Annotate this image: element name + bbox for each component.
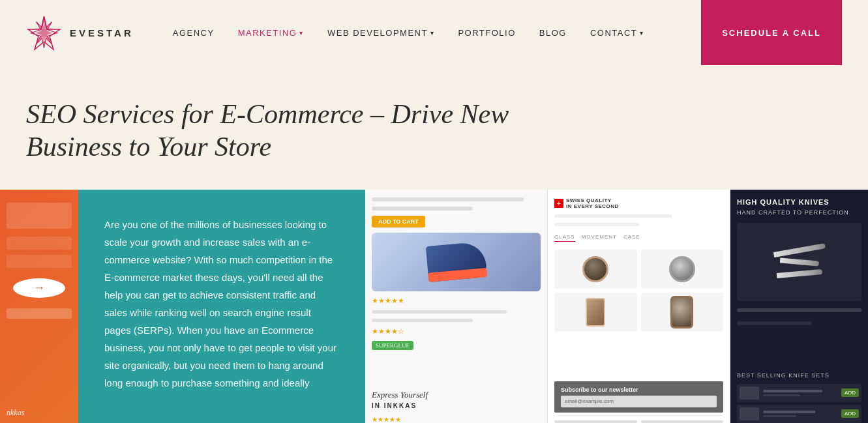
subscribe-box: Subscribe to our newsletter email@exampl… xyxy=(554,381,723,413)
movement-label: MOVEMENT xyxy=(582,234,617,242)
best-selling-text: BEST SELLING KNIFE SETS xyxy=(737,372,861,379)
screenshots-area: ADD TO CART ★★★★★ ★★★★☆ SUPERGLUE xyxy=(365,190,868,423)
mock-bar xyxy=(554,223,639,226)
watch-cell-3 xyxy=(554,293,637,332)
bottom-stars: ★★★★★ xyxy=(372,416,541,423)
hero-section: SEO Services for E-Commerce – Drive New … xyxy=(0,65,587,190)
content-section: → nkkas Are you one of the millions of b… xyxy=(0,190,868,423)
orange-circular-element: → xyxy=(13,278,65,298)
watch-rect-2-icon xyxy=(670,296,693,328)
superglue-badge: SUPERGLUE xyxy=(372,341,413,350)
schedule-call-button[interactable]: SCHEDULE A CALL xyxy=(701,0,842,65)
swiss-cross-icon xyxy=(554,199,563,208)
subscribe-title: Subscribe to our newsletter xyxy=(561,387,717,393)
chevron-down-icon: ▾ xyxy=(640,29,644,36)
nav-contact[interactable]: CONTACT ▾ xyxy=(590,28,644,38)
watch-section-labels: GLASS MOVEMENT CASE xyxy=(554,234,723,242)
knives-panel: HIGH QUALITY KNIVES HAND CRAFTED TO PERF… xyxy=(730,190,868,423)
in-every-second-text: IN EVERY SECOND xyxy=(566,203,619,209)
mock-bar xyxy=(554,420,637,423)
orange-ui-element xyxy=(7,237,72,250)
knives-title: HIGH QUALITY KNIVES HAND CRAFTED TO PERF… xyxy=(737,197,861,218)
shoe-image-mock xyxy=(372,233,541,291)
knife-name-bar xyxy=(763,390,822,392)
shoe-silhouette xyxy=(425,241,486,282)
watch-cell-2 xyxy=(641,250,724,289)
watch-round-2-icon xyxy=(669,256,695,282)
knife-line-2 xyxy=(737,321,812,325)
nav-agency[interactable]: AGENCY xyxy=(173,28,215,38)
watch-cell-4 xyxy=(641,293,724,332)
stars-2-icon: ★★★★☆ xyxy=(372,327,404,336)
mock-bar xyxy=(641,420,724,423)
knife-product-list: ADD ADD xyxy=(737,384,861,423)
chevron-down-icon: ▾ xyxy=(299,29,304,36)
bottom-bars xyxy=(554,420,723,423)
knife-silhouette-2 xyxy=(779,257,818,266)
rating-row: ★★★★★ xyxy=(372,297,541,305)
watch-round-icon xyxy=(582,256,608,282)
knife-product-row-2: ADD xyxy=(737,405,861,423)
knife-silhouette-3 xyxy=(776,269,822,278)
express-yourself-text: Express Yourself IN INKKAS xyxy=(372,390,541,411)
knife-thumb-2 xyxy=(740,407,759,420)
star-logo-icon xyxy=(26,15,62,51)
shoes-panel: ADD TO CART ★★★★★ ★★★★☆ SUPERGLUE xyxy=(365,190,548,423)
watch-rect-icon xyxy=(586,298,605,327)
mock-bar xyxy=(372,310,507,314)
knife-line-1 xyxy=(737,308,861,312)
mock-bar xyxy=(372,197,524,201)
knife-name-bar-2 xyxy=(763,411,815,413)
swiss-quality-text: SWISS QUALITY xyxy=(566,197,619,203)
orange-ui-element xyxy=(7,203,72,229)
subscribe-input-mock: email@example.com xyxy=(561,396,717,407)
body-text: Are you one of the millions of businesse… xyxy=(104,216,339,392)
left-orange-panel: → nkkas xyxy=(0,190,78,423)
inkkas-label: nkkas xyxy=(7,408,24,418)
teal-content-box: Are you one of the millions of businesse… xyxy=(78,190,365,423)
nav-portfolio[interactable]: PORTFOLIO xyxy=(458,28,515,38)
logo[interactable]: EVESTAR xyxy=(26,15,134,51)
nav-marketing[interactable]: MARKETING ▾ xyxy=(238,28,304,38)
orange-ui-element xyxy=(7,308,72,319)
mock-bar xyxy=(372,207,473,211)
add-to-cart-mock: ADD TO CART xyxy=(372,216,425,227)
knife-thumb xyxy=(740,387,759,400)
knife-add-btn-2: ADD xyxy=(841,409,859,418)
watches-panel: SWISS QUALITY IN EVERY SECOND GLASS MOVE… xyxy=(548,190,730,423)
chevron-down-icon: ▾ xyxy=(430,29,435,36)
knife-product-row: ADD xyxy=(737,384,861,402)
orange-ui-element xyxy=(7,255,72,268)
page-title: SEO Services for E-Commerce – Drive New … xyxy=(26,98,561,164)
case-label: CASE xyxy=(623,234,640,242)
swiss-logo: SWISS QUALITY IN EVERY SECOND xyxy=(554,197,723,209)
knife-price-bar-2 xyxy=(763,415,796,417)
mock-bar xyxy=(554,214,672,218)
knife-image-mock xyxy=(737,223,861,301)
nav-web-development[interactable]: WEB DEVELOPMENT ▾ xyxy=(327,28,434,38)
glass-label: GLASS xyxy=(554,234,575,242)
watch-cell-1 xyxy=(554,250,637,289)
main-nav: AGENCY MARKETING ▾ WEB DEVELOPMENT ▾ POR… xyxy=(173,28,701,38)
knife-silhouette xyxy=(773,243,825,257)
site-header: EVESTAR AGENCY MARKETING ▾ WEB DEVELOPME… xyxy=(0,0,868,65)
nav-blog[interactable]: BLOG xyxy=(539,28,567,38)
stars-icon: ★★★★★ xyxy=(372,297,404,305)
logo-text: EVESTAR xyxy=(70,27,134,38)
rating-row-2: ★★★★☆ xyxy=(372,327,541,336)
knife-add-btn: ADD xyxy=(841,388,859,397)
mock-bar xyxy=(372,319,473,322)
watch-grid xyxy=(554,250,723,332)
knife-price-bar xyxy=(763,394,800,396)
